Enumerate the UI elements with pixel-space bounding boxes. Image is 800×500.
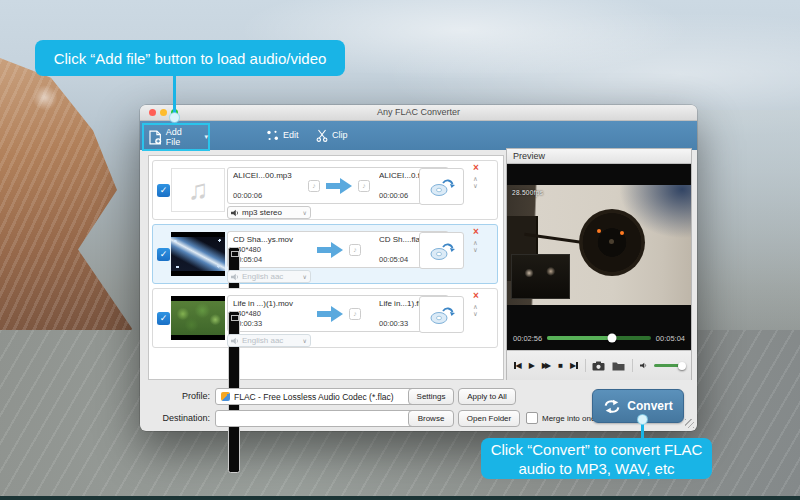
seek-thumb[interactable] (608, 334, 617, 343)
convert-arrow-icon (326, 178, 352, 194)
profile-format-icon (221, 392, 230, 401)
convert-arrow-icon (317, 242, 343, 258)
play-button[interactable]: ▶ (529, 361, 535, 371)
titlebar[interactable]: Any FLAC Converter (140, 105, 697, 121)
volume-slider[interactable] (654, 364, 684, 368)
stream-caret-icon: ∨ (303, 209, 307, 216)
row3-move-down-button[interactable]: ∨ (473, 311, 478, 317)
app-window: Any FLAC Converter Add File ▾ Edit (140, 105, 697, 431)
file-row-2[interactable]: ✓ CD Sha...ys.mov 640*480 00:05:04 ♪ CD … (152, 224, 498, 284)
transport-controls: ◀ ▶ ▶▶ ■ ▶ (507, 350, 691, 380)
row1-checkbox[interactable]: ✓ (157, 184, 170, 197)
row2-remove-button[interactable]: × (473, 227, 479, 237)
disc-convert-icon (429, 240, 455, 262)
fast-forward-button[interactable]: ▶▶ (542, 361, 551, 371)
camera-icon (592, 361, 605, 371)
speaker-icon (231, 273, 239, 281)
stream-label: English aac (242, 272, 283, 281)
duration-time: 00:05:04 (656, 334, 685, 343)
edit-button[interactable]: Edit (266, 123, 299, 147)
resize-grip[interactable] (685, 419, 694, 428)
music-note-icon: ♫ (188, 174, 209, 205)
fast-forward-icon: ▶▶ (542, 361, 548, 371)
edit-label: Edit (283, 130, 299, 140)
row1-thumbnail[interactable]: ♫ (171, 168, 225, 212)
row3-conversion: ♪ (299, 299, 379, 328)
row1-audio-stream-select[interactable]: mp3 stereo ∨ (227, 206, 311, 219)
target-audio-chip-icon: ♪ (349, 244, 361, 256)
folder-icon (612, 361, 625, 371)
elapsed-time: 00:02:56 (513, 334, 542, 343)
convert-arrow-icon (317, 306, 343, 322)
video-preview[interactable]: 28.500fps (507, 164, 691, 326)
source-filename: ALICEI...00.mp3 (233, 171, 299, 180)
video-frame-art (171, 237, 225, 271)
stream-caret-icon: ∨ (303, 337, 307, 344)
apply-to-all-button[interactable]: Apply to All (458, 388, 516, 405)
add-file-caret-icon[interactable]: ▾ (204, 133, 208, 141)
stop-button[interactable]: ■ (558, 361, 563, 371)
source-resolution: 640*480 (233, 245, 299, 254)
row2-info-card: CD Sha...ys.mov 640*480 00:05:04 ♪ CD Sh… (227, 231, 449, 268)
browse-button[interactable]: Browse (408, 410, 454, 427)
edit-sparkle-icon (266, 129, 279, 142)
clip-button[interactable]: Clip (316, 123, 348, 147)
wallpaper-bottom-strip (0, 496, 800, 500)
toolbar: Add File ▾ Edit Clip (140, 121, 697, 150)
skip-back-button[interactable]: ◀ (514, 361, 522, 371)
profile-value: FLAC - Free Lossless Audio Codec (*.flac… (234, 392, 394, 402)
add-file-button[interactable]: Add File ▾ (144, 125, 208, 149)
clip-label: Clip (332, 130, 348, 140)
destination-label: Destination: (148, 413, 210, 423)
seek-bar[interactable] (547, 336, 651, 340)
row3-source-info: Life in ...)(1).mov 640*480 00:00:33 (233, 299, 299, 328)
source-filename: CD Sha...ys.mov (233, 235, 299, 244)
video-frame-art (171, 301, 225, 335)
volume-thumb[interactable] (678, 362, 686, 370)
callout-dot-top (170, 113, 179, 122)
stop-icon: ■ (558, 361, 563, 371)
note-icon: ♪ (312, 182, 316, 189)
merge-checkbox[interactable] (526, 412, 538, 424)
seek-fill (547, 336, 612, 340)
row3-remove-button[interactable]: × (473, 291, 479, 301)
open-output-folder-button[interactable] (612, 361, 625, 371)
row2-conversion: ♪ (299, 235, 379, 264)
row3-audio-stream-select[interactable]: English aac ∨ (227, 334, 311, 347)
file-list: ✓ ♫ ALICEI...00.mp3 00:00:06 ♪ ♪ ALICEI.… (148, 155, 504, 380)
row2-checkbox[interactable]: ✓ (157, 248, 170, 261)
skip-forward-button[interactable]: ▶ (570, 361, 578, 371)
row2-format-button[interactable] (419, 232, 464, 269)
source-duration: 00:05:04 (233, 255, 299, 264)
video-pip-inset (511, 254, 570, 299)
row1-format-button[interactable] (419, 168, 464, 205)
callout-dot-bottom (638, 415, 647, 424)
disc-convert-icon (429, 176, 455, 198)
row1-source-info: ALICEI...00.mp3 00:00:06 (233, 171, 299, 200)
row3-format-button[interactable] (419, 296, 464, 333)
file-row-1[interactable]: ✓ ♫ ALICEI...00.mp3 00:00:06 ♪ ♪ ALICEI.… (152, 160, 498, 220)
profile-label: Profile: (148, 391, 210, 401)
settings-button[interactable]: Settings (408, 388, 454, 405)
source-duration: 00:00:33 (233, 319, 299, 328)
row2-audio-stream-select[interactable]: English aac ∨ (227, 270, 311, 283)
video-frame: 28.500fps (507, 185, 691, 305)
row3-checkbox[interactable]: ✓ (157, 312, 170, 325)
row1-remove-button[interactable]: × (473, 163, 479, 173)
open-folder-button[interactable]: Open Folder (458, 410, 520, 427)
file-row-3[interactable]: ✓ Life in ...)(1).mov 640*480 00:00:33 ♪… (152, 288, 498, 348)
row2-source-info: CD Sha...ys.mov 640*480 00:05:04 (233, 235, 299, 264)
volume-icon[interactable] (640, 361, 647, 370)
tooltip-convert-line2: audio to MP3, WAV, etc (518, 459, 674, 478)
row2-move-down-button[interactable]: ∨ (473, 247, 478, 253)
row1-move-down-button[interactable]: ∨ (473, 183, 478, 189)
row2-thumbnail[interactable] (171, 232, 225, 276)
row1-info-card: ALICEI...00.mp3 00:00:06 ♪ ♪ ALICEI...0.… (227, 167, 449, 204)
snapshot-button[interactable] (592, 361, 605, 371)
speaker-icon (231, 337, 239, 345)
add-file-label: Add File (166, 127, 199, 147)
divider (632, 359, 633, 372)
stream-label: English aac (242, 336, 283, 345)
row3-thumbnail[interactable] (171, 296, 225, 340)
source-filename: Life in ...)(1).mov (233, 299, 299, 308)
